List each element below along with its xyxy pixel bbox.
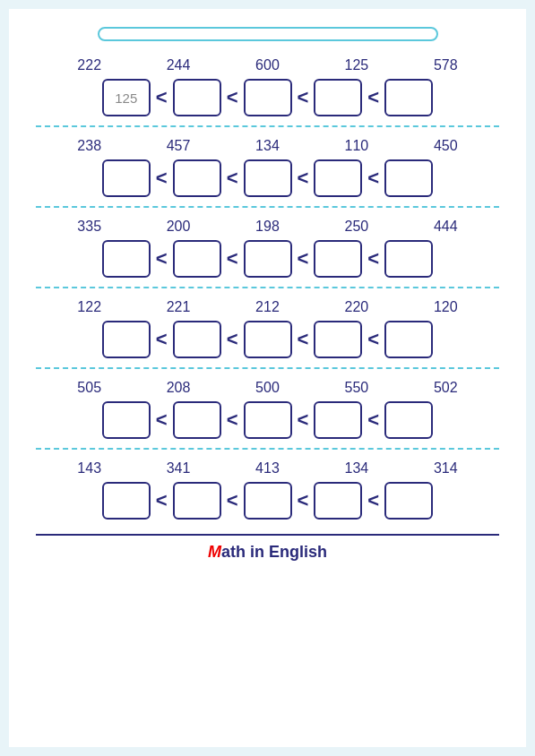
less-than-3-0: < — [156, 328, 168, 351]
answer-box-0-2[interactable] — [244, 79, 292, 116]
number-4-3: 550 — [321, 380, 393, 396]
boxes-row-4: <<<< — [36, 401, 499, 439]
answer-box-1-0[interactable] — [102, 159, 151, 197]
answer-box-3-0[interactable] — [102, 321, 151, 358]
answer-box-0-0[interactable]: 125 — [102, 79, 151, 116]
number-3-1: 221 — [142, 299, 214, 315]
answer-box-0-4[interactable] — [384, 79, 433, 116]
number-1-1: 457 — [142, 138, 214, 154]
less-than-4-1: < — [227, 408, 238, 432]
less-than-0-0: < — [156, 86, 168, 109]
divider-4 — [36, 448, 499, 450]
page: 222244600125578125<<<<238457134110450<<<… — [9, 9, 526, 747]
number-2-1: 200 — [142, 219, 214, 235]
answer-box-2-0[interactable] — [102, 240, 151, 278]
less-than-0-1: < — [227, 86, 238, 109]
less-than-5-3: < — [367, 489, 379, 512]
number-2-4: 444 — [410, 219, 481, 235]
numbers-row-3: 122221212220120 — [36, 299, 499, 315]
number-5-2: 413 — [231, 460, 303, 477]
less-than-3-3: < — [367, 328, 379, 351]
number-4-0: 505 — [54, 380, 125, 396]
brand-m: M — [208, 543, 221, 561]
answer-box-1-3[interactable] — [314, 159, 362, 197]
number-4-1: 208 — [142, 380, 214, 396]
less-than-3-1: < — [227, 328, 238, 351]
answer-box-4-0[interactable] — [102, 401, 151, 439]
answer-box-3-2[interactable] — [244, 321, 292, 358]
numbers-row-1: 238457134110450 — [36, 138, 499, 154]
answer-box-3-1[interactable] — [173, 321, 221, 358]
number-3-2: 212 — [231, 299, 303, 315]
number-2-2: 198 — [231, 219, 303, 235]
numbers-row-5: 143341413134314 — [36, 460, 499, 477]
boxes-row-5: <<<< — [36, 482, 499, 520]
boxes-row-1: <<<< — [36, 159, 499, 197]
boxes-inner-2: <<<< — [45, 240, 490, 278]
number-5-4: 314 — [410, 460, 481, 477]
answer-box-0-1[interactable] — [173, 79, 221, 116]
less-than-1-1: < — [227, 167, 238, 190]
footer-brand: Math in English — [36, 534, 499, 562]
divider-3 — [36, 367, 499, 369]
answer-box-4-1[interactable] — [173, 401, 221, 439]
divider-0 — [36, 125, 499, 127]
less-than-2-0: < — [156, 247, 168, 271]
less-than-0-2: < — [298, 86, 309, 109]
number-0-2: 600 — [231, 57, 303, 73]
less-than-3-2: < — [298, 328, 309, 351]
answer-box-3-3[interactable] — [314, 321, 362, 358]
less-than-1-2: < — [298, 167, 309, 190]
divider-1 — [36, 206, 499, 208]
number-3-4: 120 — [410, 299, 481, 315]
numbers-row-4: 505208500550502 — [36, 380, 499, 396]
answer-box-2-4[interactable] — [384, 240, 433, 278]
number-0-1: 244 — [142, 57, 214, 73]
number-4-2: 500 — [231, 380, 303, 396]
number-0-4: 578 — [410, 57, 481, 73]
answer-box-4-4[interactable] — [384, 401, 433, 439]
boxes-inner-5: <<<< — [45, 482, 490, 520]
boxes-inner-1: <<<< — [45, 159, 490, 197]
answer-box-4-2[interactable] — [244, 401, 292, 439]
brand-rest: ath in English — [221, 543, 327, 561]
number-1-4: 450 — [410, 138, 481, 154]
answer-box-5-3[interactable] — [314, 482, 362, 520]
number-3-3: 220 — [321, 299, 393, 315]
answer-box-1-2[interactable] — [244, 159, 292, 197]
answer-box-5-4[interactable] — [384, 482, 433, 520]
answer-box-2-2[interactable] — [244, 240, 292, 278]
number-4-4: 502 — [410, 380, 481, 396]
answer-box-1-4[interactable] — [384, 159, 433, 197]
divider-2 — [36, 287, 499, 288]
number-5-3: 134 — [321, 460, 393, 477]
numbers-row-0: 222244600125578 — [36, 57, 499, 73]
answer-box-0-3[interactable] — [314, 79, 362, 116]
number-5-0: 143 — [54, 460, 125, 477]
number-0-3: 125 — [321, 57, 393, 73]
less-than-1-3: < — [367, 167, 379, 190]
numbers-row-2: 335200198250444 — [36, 219, 499, 235]
answer-box-3-4[interactable] — [384, 321, 433, 358]
answer-box-2-1[interactable] — [173, 240, 221, 278]
less-than-4-3: < — [367, 408, 379, 432]
number-1-0: 238 — [54, 138, 125, 154]
number-3-0: 122 — [54, 299, 125, 315]
problems-container: 222244600125578125<<<<238457134110450<<<… — [36, 57, 499, 520]
number-0-0: 222 — [54, 57, 125, 73]
number-2-3: 250 — [321, 219, 393, 235]
less-than-4-2: < — [298, 408, 309, 432]
number-1-3: 110 — [321, 138, 393, 154]
number-5-1: 341 — [142, 460, 214, 477]
answer-box-4-3[interactable] — [314, 401, 362, 439]
less-than-5-2: < — [298, 489, 309, 512]
boxes-inner-0: 125<<<< — [45, 79, 490, 116]
answer-box-1-1[interactable] — [173, 159, 221, 197]
number-2-0: 335 — [54, 219, 125, 235]
answer-box-2-3[interactable] — [314, 240, 362, 278]
boxes-row-3: <<<< — [36, 321, 499, 358]
answer-box-5-0[interactable] — [102, 482, 151, 520]
answer-box-5-2[interactable] — [244, 482, 292, 520]
answer-box-5-1[interactable] — [173, 482, 221, 520]
number-1-2: 134 — [231, 138, 303, 154]
